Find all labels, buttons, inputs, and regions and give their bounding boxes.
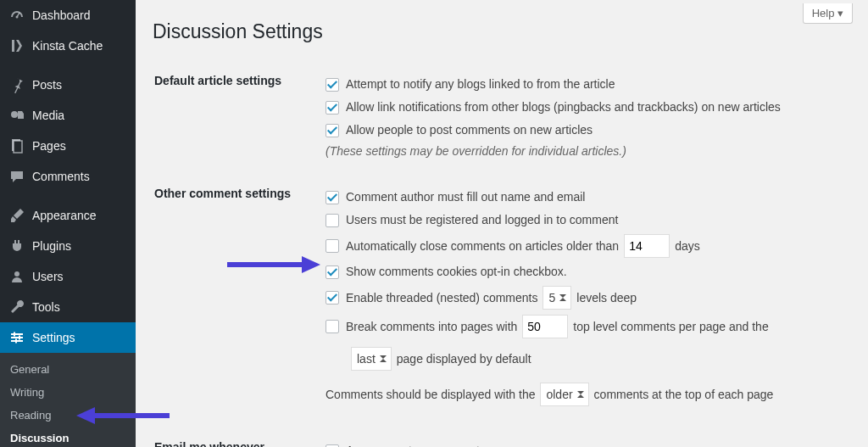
threaded-comments-checkbox[interactable] (326, 291, 339, 305)
sidebar-item-label: Pages (32, 139, 66, 153)
user-icon (8, 268, 25, 285)
submenu-discussion[interactable]: Discussion (0, 427, 136, 447)
auto-close-days-input[interactable] (624, 234, 670, 258)
kinsta-icon (8, 37, 25, 54)
svg-rect-11 (19, 336, 20, 340)
plug-icon (8, 237, 25, 254)
comment-order-select[interactable]: older (540, 383, 588, 406)
paginate-comments-checkbox[interactable] (326, 320, 339, 333)
author-name-email-checkbox[interactable] (326, 191, 339, 204)
comment-order-label-b: comments at the top of each page (594, 386, 774, 404)
submenu-general[interactable]: General (0, 358, 136, 381)
sidebar-item-plugins[interactable]: Plugins (0, 231, 136, 261)
sidebar-item-dashboard[interactable]: Dashboard (0, 0, 136, 31)
cookies-optin-label: Show comments cookies opt-in checkbox. (346, 263, 567, 281)
page-icon (8, 137, 25, 154)
auto-close-checkbox[interactable] (326, 239, 339, 253)
paginate-label-c: page displayed by default (397, 350, 531, 368)
section-default-article-heading: Default article settings (154, 65, 324, 176)
author-name-email-label: Comment author must fill out name and em… (346, 188, 585, 206)
help-tab[interactable]: Help ▾ (803, 3, 853, 24)
settings-submenu: General Writing Reading Discussion Media (0, 353, 136, 447)
sidebar-item-users[interactable]: Users (0, 261, 136, 292)
cookies-optin-checkbox[interactable] (326, 265, 339, 279)
thread-levels-select[interactable]: 5 (542, 286, 571, 310)
sidebar-item-posts[interactable]: Posts (0, 70, 136, 100)
media-icon (8, 107, 25, 124)
sidebar-item-label: Tools (32, 300, 60, 314)
dashboard-icon (8, 7, 25, 24)
svg-rect-4 (14, 141, 22, 153)
sidebar-item-kinsta-cache[interactable]: Kinsta Cache (0, 31, 136, 61)
page-title: Discussion Settings (153, 8, 851, 48)
svg-rect-12 (15, 339, 17, 344)
email-anyone-posts-label: Anyone posts a comment (346, 442, 480, 447)
submenu-reading[interactable]: Reading (0, 404, 136, 427)
svg-rect-7 (11, 333, 23, 335)
sidebar-item-label: Posts (32, 78, 62, 92)
allow-comments-label: Allow people to post comments on new art… (346, 121, 593, 139)
registered-users-checkbox[interactable] (326, 214, 339, 227)
notify-linked-blogs-checkbox[interactable] (326, 78, 339, 92)
sidebar-item-label: Kinsta Cache (32, 39, 103, 53)
auto-close-label-a: Automatically close comments on articles… (346, 237, 619, 255)
sidebar-item-comments[interactable]: Comments (0, 161, 136, 192)
settings-icon (8, 329, 25, 346)
sidebar-item-appearance[interactable]: Appearance (0, 200, 136, 231)
comment-icon (8, 168, 25, 185)
default-page-select[interactable]: last (351, 347, 392, 371)
comment-order-label-a: Comments should be displayed with the (326, 386, 535, 404)
svg-rect-10 (14, 332, 15, 337)
main-content: Help ▾ Discussion Settings Default artic… (136, 0, 868, 447)
allow-pingbacks-checkbox[interactable] (326, 101, 339, 115)
svg-point-6 (14, 271, 19, 277)
threaded-comments-label-b: levels deep (576, 289, 637, 307)
comments-per-page-input[interactable] (522, 315, 568, 338)
sidebar-item-media[interactable]: Media (0, 100, 136, 131)
allow-comments-checkbox[interactable] (326, 124, 339, 137)
submenu-writing[interactable]: Writing (0, 381, 136, 404)
sidebar-item-settings[interactable]: Settings (0, 322, 136, 353)
svg-point-2 (11, 111, 18, 118)
threaded-comments-label-a: Enable threaded (nested) comments (346, 289, 537, 307)
paginate-label-b: top level comments per page and the (573, 318, 768, 336)
auto-close-label-b: days (675, 237, 700, 255)
registered-users-label: Users must be registered and logged in t… (346, 211, 618, 229)
admin-sidebar: Dashboard Kinsta Cache Posts Media Pages… (0, 0, 136, 447)
pin-icon (8, 76, 25, 93)
default-article-note: (These settings may be overridden for in… (326, 144, 849, 158)
sidebar-item-label: Media (32, 109, 64, 122)
sidebar-item-label: Plugins (32, 239, 71, 253)
notify-linked-blogs-label: Attempt to notify any blogs linked to fr… (346, 75, 615, 93)
section-email-me-heading: Email me whenever (154, 432, 324, 447)
email-anyone-posts-checkbox[interactable] (326, 444, 339, 448)
sidebar-item-label: Settings (32, 331, 75, 344)
sidebar-item-tools[interactable]: Tools (0, 292, 136, 322)
sidebar-item-label: Comments (32, 170, 90, 183)
svg-rect-8 (11, 337, 23, 338)
sidebar-item-label: Dashboard (32, 8, 91, 22)
wrench-icon (8, 299, 25, 316)
section-other-comment-heading: Other comment settings (154, 178, 324, 430)
allow-pingbacks-label: Allow link notifications from other blog… (346, 98, 781, 116)
sidebar-item-label: Appearance (32, 209, 97, 222)
brush-icon (8, 207, 25, 224)
sidebar-item-label: Users (32, 270, 64, 283)
paginate-label-a: Break comments into pages with (346, 318, 517, 336)
sidebar-item-pages[interactable]: Pages (0, 131, 136, 161)
